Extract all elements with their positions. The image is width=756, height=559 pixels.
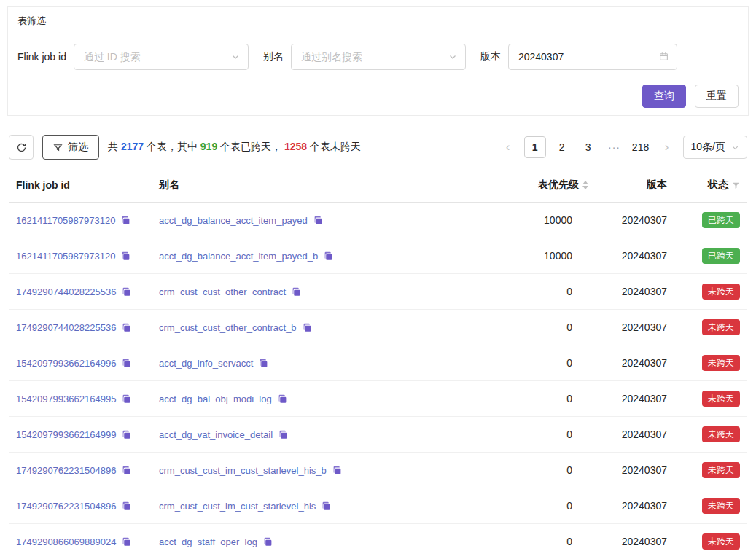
alias-select[interactable] [291, 44, 466, 70]
copy-icon[interactable] [121, 251, 130, 261]
page-button-2[interactable]: 2 [552, 136, 572, 158]
copy-icon[interactable] [122, 466, 131, 475]
job-id-link[interactable]: 1749290744028225536 [16, 322, 116, 333]
copy-icon[interactable] [122, 501, 131, 511]
status-badge: 未跨天 [702, 391, 740, 407]
summary-uncrossed-count: 1258 [284, 141, 307, 152]
column-header-priority[interactable]: 表优先级 [501, 168, 596, 203]
filter-button[interactable]: 筛选 [42, 135, 99, 160]
table-row: 1749290744028225536 crm_cust_cust_other_… [9, 310, 747, 345]
job-id-link[interactable]: 1749290762231504896 [16, 501, 116, 512]
job-id-cell: 1542097993662164996 [9, 345, 152, 381]
alias-link[interactable]: acct_dg_balance_acct_item_payed [159, 215, 308, 226]
job-id-link[interactable]: 1749290866069889024 [16, 536, 116, 547]
alias-link[interactable]: acct_dg_staff_oper_log [159, 536, 257, 547]
job-id-link[interactable]: 1749290744028225536 [16, 286, 116, 297]
column-filter-icon[interactable] [732, 181, 740, 189]
version-value: 20240307 [622, 357, 667, 369]
priority-cell: 0 [501, 453, 596, 488]
page-size-label: 10条/页 [691, 141, 725, 154]
copy-icon[interactable] [122, 359, 131, 368]
alias-cell: crm_cust_cust_im_cust_starlevel_his_b [152, 453, 501, 488]
copy-icon[interactable] [122, 537, 131, 547]
summary-crossed-count: 919 [200, 141, 217, 152]
copy-icon[interactable] [122, 394, 131, 404]
table-row: 1542097993662164995 acct_dg_bal_obj_modi… [9, 381, 747, 417]
query-button[interactable]: 查询 [642, 85, 686, 108]
job-id-link[interactable]: 1621411705987973120 [16, 251, 115, 262]
summary-prefix: 共 [108, 141, 121, 152]
refresh-button[interactable] [9, 135, 34, 160]
filter-button-label: 筛选 [68, 141, 88, 154]
alias-cell: crm_cust_cust_im_cust_starlevel_his [152, 488, 501, 524]
copy-icon[interactable] [263, 537, 273, 547]
alias-cell: crm_cust_cust_other_contract [152, 274, 501, 310]
version-value: 20240307 [622, 464, 667, 476]
priority-value: 0 [566, 536, 572, 547]
alias-link[interactable]: acct_dg_info_servacct [159, 358, 253, 369]
priority-cell: 0 [501, 345, 596, 381]
status-cell: 未跨天 [674, 274, 747, 310]
alias-link[interactable]: acct_dg_vat_invoice_detail [159, 429, 273, 440]
flink-job-id-select[interactable] [74, 44, 249, 70]
priority-value: 0 [566, 429, 572, 440]
table-row: 1749290762231504896 crm_cust_cust_im_cus… [9, 488, 747, 524]
prev-page-button[interactable]: ‹ [498, 136, 518, 158]
copy-icon[interactable] [122, 323, 131, 332]
copy-icon[interactable] [278, 430, 288, 439]
copy-icon[interactable] [292, 287, 301, 297]
alias-link[interactable]: crm_cust_cust_other_contract_b [159, 322, 297, 333]
funnel-icon [53, 143, 63, 152]
priority-value: 0 [566, 500, 572, 512]
version-date-picker[interactable] [508, 44, 677, 70]
alias-input[interactable] [300, 50, 444, 63]
reset-button[interactable]: 重置 [695, 85, 739, 108]
alias-link[interactable]: crm_cust_cust_im_cust_starlevel_his_b [159, 465, 327, 476]
page-button-last[interactable]: 218 [631, 136, 651, 158]
page-button-1[interactable]: 1 [524, 136, 546, 158]
version-value: 20240307 [622, 214, 667, 226]
job-id-link[interactable]: 1542097993662164995 [16, 394, 116, 404]
version-value: 20240307 [622, 393, 667, 404]
alias-link[interactable]: acct_dg_bal_obj_modi_log [159, 394, 272, 404]
alias-link[interactable]: crm_cust_cust_other_contract [159, 286, 286, 297]
job-id-cell: 1749290744028225536 [9, 310, 152, 345]
flink-job-id-input[interactable] [82, 50, 227, 63]
copy-icon[interactable] [121, 216, 130, 225]
version-cell: 20240307 [596, 345, 674, 381]
status-cell: 未跨天 [674, 345, 747, 381]
alias-field: 别名 [263, 44, 466, 70]
alias-link[interactable]: crm_cust_cust_im_cust_starlevel_his [159, 501, 316, 512]
copy-icon[interactable] [303, 323, 312, 332]
copy-icon[interactable] [322, 501, 331, 511]
page-size-select[interactable]: 10条/页 [683, 136, 747, 159]
status-badge: 未跨天 [702, 319, 740, 335]
copy-icon[interactable] [122, 430, 131, 439]
page-button-3[interactable]: 3 [578, 136, 599, 158]
version-input[interactable] [517, 50, 655, 63]
job-id-link[interactable]: 1542097993662164996 [16, 358, 116, 369]
alias-cell: acct_dg_info_servacct [152, 345, 501, 381]
copy-icon[interactable] [313, 216, 323, 225]
job-id-link[interactable]: 1749290762231504896 [16, 465, 116, 476]
table-summary: 共 2177 个表，其中 919 个表已跨天， 1258 个表未跨天 [108, 141, 361, 154]
column-header-status[interactable]: 状态 [674, 168, 747, 203]
copy-icon[interactable] [259, 359, 268, 368]
page-ellipsis[interactable]: ··· [604, 136, 625, 158]
copy-icon[interactable] [278, 394, 287, 404]
priority-value: 0 [566, 393, 572, 404]
copy-icon[interactable] [122, 287, 131, 297]
data-table: Flink job id 别名 表优先级 版本 状态 [9, 168, 747, 559]
table-row: 1621411705987973120 acct_dg_balance_acct… [9, 203, 747, 238]
sort-icon[interactable] [582, 181, 588, 189]
copy-icon[interactable] [324, 251, 333, 261]
filter-fields-row: Flink job id 别名 版本 [8, 36, 748, 77]
alias-link[interactable]: acct_dg_balance_acct_item_payed_b [159, 251, 318, 262]
copy-icon[interactable] [332, 466, 342, 475]
pagination-top: ‹ 1 2 3 ··· 218 › 10条/页 [498, 136, 747, 159]
job-id-link[interactable]: 1542097993662164999 [16, 429, 116, 440]
filter-panel-title: 表筛选 [8, 7, 748, 36]
priority-cell: 10000 [501, 238, 596, 274]
job-id-link[interactable]: 1621411705987973120 [16, 215, 115, 226]
next-page-button[interactable]: › [657, 136, 677, 158]
